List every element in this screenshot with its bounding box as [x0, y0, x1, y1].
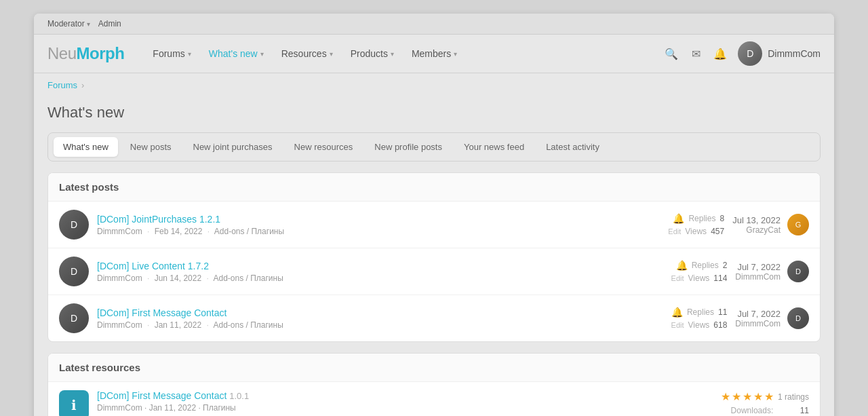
last-post-user[interactable]: GrazyCat [732, 225, 781, 235]
resource-title[interactable]: [DCom] First Message Contact 1.0.1 [97, 390, 713, 401]
avatar: D [59, 303, 89, 333]
resource-author[interactable]: DimmmCom [97, 403, 142, 413]
star-2: ★ [732, 390, 741, 403]
latest-posts-header: Latest posts [48, 173, 820, 202]
post-category[interactable]: Add-ons / Плагины [213, 273, 283, 283]
replies-label: Replies [687, 307, 714, 317]
replies-label: Replies [688, 214, 715, 223]
star-3: ★ [743, 390, 752, 403]
top-bar: Moderator ▾ Admin [34, 14, 834, 35]
resource-date: Jan 11, 2022 [149, 403, 196, 413]
last-post-date: Jul 13, 2022 [732, 215, 781, 225]
views-stat: Edit Views 618 [671, 320, 728, 330]
last-poster-avatar: D [787, 261, 809, 282]
inbox-icon[interactable]: ✉ [689, 47, 703, 60]
tab-new-resources[interactable]: New resources [285, 137, 363, 157]
user-avatar: D [738, 41, 762, 66]
resource-icon: ℹ [59, 390, 89, 416]
avatar: D [59, 257, 89, 286]
resource-category[interactable]: Плагины [203, 403, 236, 413]
last-post-user[interactable]: DimmmCom [735, 272, 781, 282]
latest-posts-card: Latest posts D [DCom] JointPurchases 1.2… [47, 172, 821, 342]
post-title[interactable]: [DCom] Live Content 1.7.2 [97, 261, 663, 271]
post-right: Jul 7, 2022 DimmmCom D [735, 307, 809, 329]
nav-products-label: Products [351, 48, 388, 59]
search-icon[interactable]: 🔍 [665, 47, 678, 60]
resource-version: 1.0.1 [229, 391, 249, 401]
table-row: D [DCom] Live Content 1.7.2 DimmmCom · J… [48, 248, 820, 295]
avatar: D [59, 210, 89, 240]
logo-morph: Morph [77, 44, 125, 62]
tab-your-news-feed[interactable]: Your news feed [454, 137, 534, 157]
post-author[interactable]: DimmmCom [97, 273, 142, 283]
star-5: ★ [764, 390, 774, 403]
post-date: Feb 14, 2022 [155, 227, 203, 236]
nav-whats-new-label: What's new [209, 48, 258, 59]
nav-items: Forums ▾ What's new ▾ Resources ▾ Produc… [144, 43, 665, 64]
post-meta: DimmmCom · Feb 14, 2022 · Add-ons / Плаг… [97, 227, 660, 236]
breadcrumb-forums[interactable]: Forums [47, 80, 77, 90]
last-post-date: Jul 7, 2022 [735, 309, 781, 319]
post-stats: 🔔 Replies 8 Edit Views 457 [668, 213, 724, 236]
tabs-bar: What's new New posts New joint purchases… [47, 132, 821, 162]
last-post-user[interactable]: DimmmCom [735, 319, 781, 328]
nav-members-chevron: ▾ [454, 50, 457, 58]
content-area: What's new What's new New posts New join… [34, 97, 834, 416]
views-value: 618 [713, 320, 727, 330]
nav-whats-new[interactable]: What's new ▾ [201, 43, 272, 64]
user-menu[interactable]: D DimmmCom [738, 41, 821, 66]
nav-forums[interactable]: Forums ▾ [144, 43, 199, 64]
table-row: D [DCom] First Message Contact DimmmCom … [48, 295, 820, 341]
resource-meta: DimmmCom · Jan 11, 2022 · Плагины [97, 403, 713, 413]
breadcrumb-sep: › [81, 80, 84, 90]
breadcrumb: Forums › [34, 73, 834, 97]
views-stat: Edit Views 114 [671, 273, 728, 283]
latest-resources-card: Latest resources ℹ [DCom] First Message … [47, 353, 821, 416]
tab-new-posts[interactable]: New posts [121, 137, 181, 157]
post-right: Jul 13, 2022 GrazyCat G [732, 214, 809, 235]
tab-whats-new[interactable]: What's new [54, 137, 118, 157]
nav-products[interactable]: Products ▾ [342, 43, 402, 64]
star-1: ★ [721, 390, 730, 403]
views-label: Views [685, 227, 707, 236]
resource-stats: ★ ★ ★ ★ ★ 1 ratings Download [721, 390, 809, 416]
tab-new-profile-posts[interactable]: New profile posts [365, 137, 452, 157]
post-stats: 🔔 Replies 2 Edit Views 114 [671, 260, 728, 283]
nav-members[interactable]: Members ▾ [403, 43, 465, 64]
nav-forums-label: Forums [153, 48, 184, 59]
post-title[interactable]: [DCom] First Message Contact [97, 307, 663, 318]
nav-members-label: Members [412, 48, 451, 59]
username: DimmmCom [768, 48, 821, 59]
post-date: Jan 11, 2022 [155, 320, 201, 330]
ratings-count: 1 ratings [778, 392, 809, 402]
bell-icon: 🔔 [673, 213, 684, 224]
moderator-menu[interactable]: Moderator ▾ [47, 19, 90, 29]
nav-resources-label: Resources [281, 48, 327, 59]
replies-value: 8 [719, 214, 724, 223]
bell-icon: 🔔 [676, 260, 688, 271]
post-right: Jul 7, 2022 DimmmCom D [735, 261, 809, 282]
replies-label: Replies [692, 261, 719, 270]
post-author[interactable]: DimmmCom [97, 227, 142, 236]
post-category[interactable]: Add-ons / Плагины [214, 227, 284, 236]
resource-title-text: [DCom] First Message Contact [97, 390, 226, 401]
replies-stat: 🔔 Replies 11 [671, 307, 727, 318]
resource-content: [DCom] First Message Contact 1.0.1 Dimmm… [97, 390, 713, 416]
admin-link[interactable]: Admin [98, 19, 121, 29]
page-wrapper: Moderator ▾ Admin NeuMorph Forums ▾ What… [34, 14, 834, 416]
bell-icon: 🔔 [671, 307, 683, 318]
views-value: 457 [711, 227, 724, 236]
replies-stat: 🔔 Replies 8 [673, 213, 724, 224]
nav-forums-chevron: ▾ [188, 50, 191, 58]
post-category[interactable]: Add-ons / Плагины [213, 320, 283, 330]
post-author[interactable]: DimmmCom [97, 320, 142, 330]
notifications-icon[interactable]: 🔔 [713, 47, 727, 60]
post-date: Jun 14, 2022 [155, 273, 201, 283]
tab-new-joint-purchases[interactable]: New joint purchases [184, 137, 282, 157]
nav-resources[interactable]: Resources ▾ [273, 43, 341, 64]
tab-latest-activity[interactable]: Latest activity [536, 137, 609, 157]
post-title[interactable]: [DCom] JointPurchases 1.2.1 [97, 214, 660, 225]
latest-resources-header: Latest resources [48, 354, 820, 382]
site-logo[interactable]: NeuMorph [47, 44, 124, 63]
stars-rating: ★ ★ ★ ★ ★ [721, 390, 774, 403]
